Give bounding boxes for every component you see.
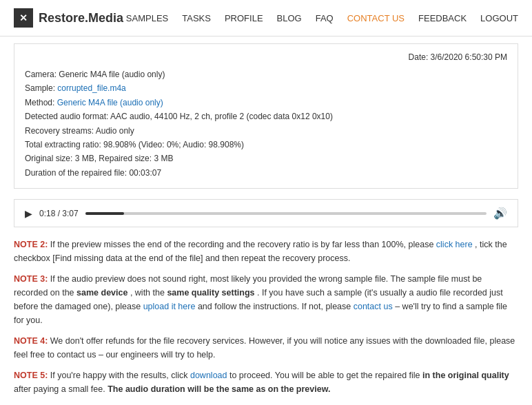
info-line-3: Detected audio format: AAC audio, 44100 … bbox=[25, 110, 507, 123]
note-2: NOTE 2: If the preview misses the end of… bbox=[14, 238, 518, 265]
note-5-text-3: after paying a small fee. bbox=[14, 384, 108, 394]
note-2-label: NOTE 2: bbox=[14, 240, 48, 249]
nav-item-faq[interactable]: FAQ bbox=[316, 13, 334, 23]
info-lines: Camera: Generic M4A file (audio only)Sam… bbox=[25, 68, 507, 180]
info-line-2: Method: Generic M4A file (audio only) bbox=[25, 96, 507, 110]
note-3: NOTE 3: If the audio preview does not so… bbox=[14, 272, 518, 327]
logo[interactable]: ✕ Restore.Media bbox=[14, 8, 123, 28]
note-3-text-4: and follow the instructions. If not, ple… bbox=[198, 302, 354, 311]
nav-item-profile[interactable]: PROFILE bbox=[225, 13, 263, 23]
note-5-text-2: to proceed. You will be able to get the … bbox=[229, 371, 422, 380]
info-line-1: Sample: corrupted_file.m4a bbox=[25, 81, 507, 95]
note-4: NOTE 4: We don't offer refunds for the f… bbox=[14, 334, 518, 362]
volume-icon[interactable]: 🔊 bbox=[493, 207, 507, 220]
notes-section: NOTE 2: If the preview misses the end of… bbox=[14, 238, 518, 396]
note-2-link[interactable]: click here bbox=[436, 240, 473, 249]
main-nav: SAMPLESTASKSPROFILEBLOGFAQCONTACT USFEED… bbox=[126, 13, 518, 23]
note-4-label: NOTE 4: bbox=[14, 336, 48, 346]
nav-item-blog[interactable]: BLOG bbox=[277, 13, 302, 23]
info-line-5: Total extracting ratio: 98.908% (Video: … bbox=[25, 138, 507, 152]
date-line: Date: 3/6/2020 6:50:30 PM bbox=[25, 52, 507, 62]
progress-bar[interactable] bbox=[85, 212, 487, 215]
nav-item-samples[interactable]: SAMPLES bbox=[126, 13, 168, 23]
note-5-text-1: If you're happy with the results, click bbox=[50, 371, 190, 380]
note-5-bold-2: The audio duration will be the same as o… bbox=[108, 384, 330, 394]
progress-fill bbox=[85, 212, 124, 215]
info-box: Date: 3/6/2020 6:50:30 PM Camera: Generi… bbox=[14, 43, 518, 189]
note-5-label: NOTE 5: bbox=[14, 371, 48, 380]
note-3-bold-2: same quality settings bbox=[167, 288, 254, 298]
note-5-bold-1: in the original quality bbox=[422, 371, 509, 380]
note-3-text-2: , with the bbox=[130, 288, 167, 298]
nav-item-tasks[interactable]: TASKS bbox=[182, 13, 211, 23]
nav-item-contact-us[interactable]: CONTACT US bbox=[347, 13, 405, 23]
nav-item-logout[interactable]: LOGOUT bbox=[480, 13, 518, 23]
time-display: 0:18 / 3:07 bbox=[39, 209, 79, 218]
note-5-link[interactable]: download bbox=[190, 371, 227, 380]
info-line-0: Camera: Generic M4A file (audio only) bbox=[25, 68, 507, 81]
note-3-link-1[interactable]: upload it here bbox=[143, 302, 196, 311]
info-line-7: Duration of the repaired file: 00:03:07 bbox=[25, 166, 507, 180]
note-3-link-2[interactable]: contact us bbox=[354, 302, 393, 311]
nav-item-feedback[interactable]: FEEDBACK bbox=[418, 13, 467, 23]
note-3-label: NOTE 3: bbox=[14, 274, 48, 284]
note-2-text-before: If the preview misses the end of the rec… bbox=[50, 240, 436, 249]
logo-text: Restore.Media bbox=[39, 11, 123, 25]
play-button[interactable]: ▶ bbox=[25, 208, 32, 219]
info-line-6: Original size: 3 MB, Repaired size: 3 MB bbox=[25, 152, 507, 165]
audio-player: ▶ 0:18 / 3:07 🔊 bbox=[14, 199, 518, 227]
note-3-bold-1: same device bbox=[76, 288, 127, 298]
header: ✕ Restore.Media SAMPLESTASKSPROFILEBLOGF… bbox=[0, 0, 532, 37]
info-line-4: Recovery streams: Audio only bbox=[25, 124, 507, 138]
note-4-text: We don't offer refunds for the file reco… bbox=[14, 336, 515, 360]
logo-icon: ✕ bbox=[14, 8, 33, 28]
note-5: NOTE 5: If you're happy with the results… bbox=[14, 368, 518, 396]
main-content: Date: 3/6/2020 6:50:30 PM Camera: Generi… bbox=[0, 37, 532, 405]
